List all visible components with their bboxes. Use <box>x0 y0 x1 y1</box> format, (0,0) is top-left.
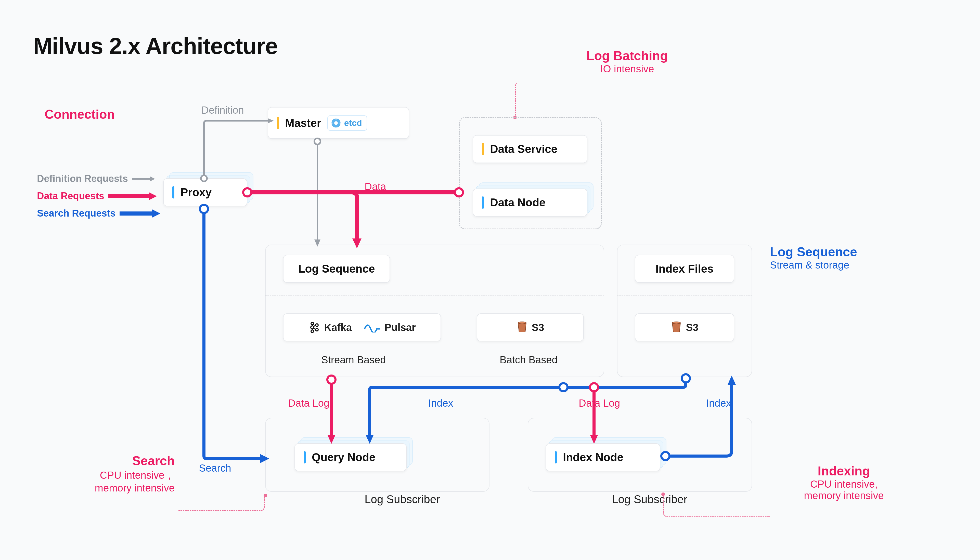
label-batch-based: Batch Based <box>500 354 558 366</box>
svg-marker-3 <box>149 192 157 200</box>
node-etcd-tag: etcd <box>327 115 367 131</box>
node-index-files: Index Files <box>635 255 734 283</box>
callout-search-subtitle: CPU intensive， memory intensive <box>15 468 175 494</box>
svg-marker-5 <box>152 210 160 218</box>
bucket-icon <box>671 321 682 333</box>
edge-label-definition: Definition <box>201 105 244 116</box>
node-query-node: Query Node <box>294 443 407 471</box>
callout-logseq-title: Log Sequence <box>770 245 928 259</box>
bucket-icon <box>516 321 528 333</box>
node-query-node-label: Query Node <box>312 451 375 464</box>
divider <box>265 295 604 296</box>
svg-rect-9 <box>336 127 337 129</box>
tech-kafka-label: Kafka <box>324 322 352 333</box>
node-master-label: Master <box>285 117 321 130</box>
callout-indexing: Indexing CPU intensive, memory intensive <box>773 464 915 502</box>
callout-indexing-title: Indexing <box>773 464 915 478</box>
callout-indexing-subtitle: CPU intensive, memory intensive <box>773 478 915 502</box>
node-data-service: Data Service <box>472 135 588 163</box>
callout-log-batching: Log Batching IO intensive <box>561 48 693 75</box>
node-stream-box: Kafka Pulsar <box>283 313 441 342</box>
svg-rect-11 <box>340 123 342 123</box>
bar-icon <box>555 451 557 463</box>
tech-kafka: Kafka <box>308 322 352 333</box>
node-index-node: Index Node <box>546 443 660 471</box>
callout-search-title: Search <box>15 453 175 468</box>
node-index-files-label: Index Files <box>656 262 713 275</box>
gear-icon <box>331 117 342 129</box>
edge-label-index-query: Index <box>428 397 453 409</box>
svg-point-12 <box>311 322 314 325</box>
bar-icon <box>482 197 484 209</box>
leader-log-batching <box>515 82 571 117</box>
svg-marker-1 <box>150 176 155 182</box>
edge-label-data: Data <box>365 181 386 192</box>
tech-s3-b-label: S3 <box>686 322 698 333</box>
tech-pulsar-label: Pulsar <box>384 322 416 333</box>
bar-icon <box>277 117 279 129</box>
node-index-node-label: Index Node <box>563 451 623 464</box>
tech-pulsar: Pulsar <box>364 322 416 333</box>
request-data: Data Requests <box>37 190 157 202</box>
svg-point-7 <box>334 121 338 125</box>
callout-log-batching-title: Log Batching <box>561 48 693 63</box>
diagram-title: Milvus 2.x Architecture <box>33 33 278 59</box>
label-stream-based: Stream Based <box>321 354 386 366</box>
svg-point-13 <box>311 326 314 329</box>
leader-end <box>264 494 267 497</box>
svg-point-14 <box>311 330 314 332</box>
leader-end <box>661 492 665 496</box>
svg-point-37 <box>559 383 568 391</box>
pulsar-icon <box>364 322 381 332</box>
node-log-sequence-label: Log Sequence <box>298 262 375 275</box>
node-log-sequence: Log Sequence <box>283 255 390 283</box>
callout-connection-title: Connection <box>45 107 115 122</box>
request-data-text: Data Requests <box>37 190 104 202</box>
callout-search: Search CPU intensive， memory intensive <box>15 453 175 494</box>
label-log-subscriber-q: Log Subscriber <box>365 493 440 506</box>
svg-point-16 <box>316 328 318 331</box>
request-search: Search Requests <box>37 208 160 219</box>
edge-label-search: Search <box>199 462 231 474</box>
tech-s3-a-label: S3 <box>532 322 544 333</box>
svg-point-25 <box>314 138 321 145</box>
request-definition-text: Definition Requests <box>37 173 128 184</box>
svg-point-22 <box>672 322 680 324</box>
node-data-node-label: Data Node <box>490 196 546 209</box>
callout-log-batching-subtitle: IO intensive <box>561 63 693 75</box>
tech-s3-a: S3 <box>516 321 544 333</box>
svg-point-38 <box>590 383 598 391</box>
bar-icon <box>482 143 484 155</box>
node-s3-b-box: S3 <box>635 313 734 342</box>
bar-icon <box>172 186 174 198</box>
callout-logseq-subtitle: Stream & storage <box>770 259 928 271</box>
node-proxy-label: Proxy <box>180 186 212 199</box>
edge-label-datalog-q: Data Log <box>288 397 329 409</box>
svg-point-15 <box>316 324 318 327</box>
bar-icon <box>304 451 306 463</box>
request-definition: Definition Requests <box>37 173 155 184</box>
edge-label-datalog-i: Data Log <box>579 397 620 409</box>
svg-rect-10 <box>331 123 332 123</box>
node-data-service-label: Data Service <box>490 143 557 155</box>
node-data-node: Data Node <box>472 188 588 217</box>
callout-log-sequence-side: Log Sequence Stream & storage <box>770 245 928 271</box>
node-proxy: Proxy <box>163 178 247 207</box>
divider <box>617 295 752 296</box>
svg-rect-8 <box>336 117 337 120</box>
edge-label-index-out: Index <box>706 397 731 409</box>
svg-point-21 <box>518 322 526 324</box>
node-etcd-label: etcd <box>344 118 362 128</box>
leader-search <box>179 496 265 511</box>
leader-indexing <box>663 494 770 517</box>
request-search-text: Search Requests <box>37 208 115 219</box>
node-batch-box: S3 <box>477 313 584 342</box>
tech-s3-b: S3 <box>671 321 698 333</box>
kafka-icon <box>308 322 320 333</box>
node-master: Master etcd <box>268 107 409 139</box>
